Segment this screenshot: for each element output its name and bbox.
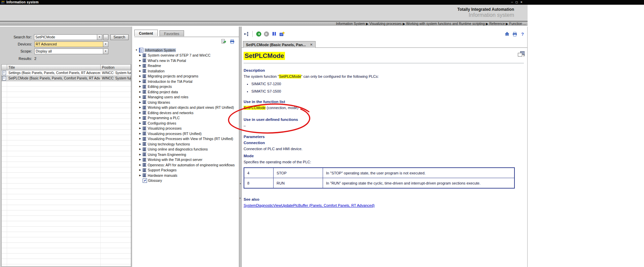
splitter-collapse-icon[interactable]: ◂ (239, 182, 241, 185)
tree-collapsed-icon[interactable]: ▶ (139, 164, 142, 166)
tree-item[interactable]: ▶ Support Packages (135, 168, 238, 173)
scope-select[interactable]: Display all ▼ (34, 48, 108, 54)
print-icon[interactable] (512, 31, 517, 37)
result-row[interactable]: Settings (Basic Panels, Panels, Comfort … (2, 70, 131, 76)
empty-result-row (2, 146, 131, 151)
splitter-expand-icon[interactable]: ▸ (239, 197, 241, 199)
tree-item[interactable]: ▶ Visualizing processes (RT Unified) (135, 131, 238, 136)
tree-expanded-icon[interactable]: ▼ (135, 49, 138, 51)
tree-item[interactable]: ▶ System overview of STEP 7 and WinCC (135, 53, 238, 58)
results-col-icon[interactable] (2, 65, 7, 70)
tree-collapsed-icon[interactable]: ▶ (139, 54, 142, 57)
tree-item[interactable]: ▶ Configuring drives (135, 121, 238, 126)
tree-collapsed-icon[interactable]: ▶ (139, 127, 142, 130)
tree-item[interactable]: ▶ Installation (135, 68, 238, 74)
tree-item[interactable]: ▶ Using libraries (135, 100, 238, 105)
tree-collapsed-icon[interactable]: ▶ (139, 174, 142, 177)
tree-collapsed-icon[interactable]: ▶ (139, 132, 142, 135)
result-row[interactable]: SetPLCMode (Basic Panels, Panels, Comfor… (2, 76, 131, 81)
tree-collapsed-icon[interactable]: ▶ (139, 75, 142, 77)
tree-collapsed-icon[interactable]: ▶ (139, 137, 142, 140)
tree-item[interactable]: ▶ Editing devices and networks (135, 110, 238, 115)
print-topic-icon[interactable] (229, 39, 235, 44)
devices-select[interactable]: RT Advanced ▼ (34, 41, 108, 47)
minimize-button[interactable]: ─ (511, 1, 513, 4)
tree-item[interactable]: ▶ Readme (135, 63, 238, 69)
maximize-button[interactable]: ▢ (515, 1, 518, 4)
help-icon[interactable]: ? (520, 31, 525, 37)
scope-value[interactable]: Display all (35, 49, 103, 54)
tab-favorites[interactable]: Favorites (159, 30, 184, 36)
tree-item[interactable]: ▶ Editing projects (135, 84, 238, 90)
tree-item[interactable]: ▶ Visualizing processes (135, 126, 238, 131)
tree-item[interactable]: ▶ Working with the TIA project server (135, 157, 238, 163)
topic-tab[interactable]: SetPLCMode (Basic Panels, Pan... ✕ (243, 41, 316, 48)
tree-root-information-system[interactable]: ▼ Information System (135, 47, 238, 53)
search-button[interactable]: Search (110, 34, 129, 40)
search-input[interactable]: SetPlCMode ▼ (34, 34, 102, 40)
panel-splitter[interactable]: ◂ ▸ (239, 27, 242, 267)
result-position[interactable]: WINCC: System fun... (101, 70, 131, 75)
tree-item[interactable]: ▶ Openness: API for automation of engine… (135, 162, 238, 168)
tree-collapsed-icon[interactable]: ▶ (139, 116, 142, 119)
back-icon[interactable] (256, 31, 261, 37)
scope-dropdown-icon[interactable]: ▼ (103, 49, 108, 54)
tree-collapsed-icon[interactable]: ▶ (139, 85, 142, 88)
highlighted-term: SetPLCMode (279, 74, 301, 78)
result-title[interactable]: SetPLCMode (Basic Panels, Panels, Comfor… (7, 76, 101, 81)
breadcrumb-text[interactable]: Information System ▶ Visualizing process… (336, 22, 526, 26)
hide-contents-icon[interactable] (244, 31, 249, 37)
topic-help-icon[interactable]: ? (518, 51, 525, 57)
bookmarks-icon[interactable] (272, 31, 277, 37)
tree-collapsed-icon[interactable]: ▶ (139, 148, 142, 151)
tree-item[interactable]: ▶ Editing project data (135, 89, 238, 95)
home-icon[interactable] (504, 31, 510, 37)
tree-collapsed-icon[interactable]: ▶ (139, 153, 142, 156)
tree-collapsed-icon[interactable]: ▶ (139, 111, 142, 114)
tree-item[interactable]: ▶ Introduction to the TIA Portal (135, 79, 238, 84)
tree-item[interactable]: ▶ Working with plant objects and plant v… (135, 105, 238, 110)
tree-collapsed-icon[interactable]: ▶ (139, 106, 142, 109)
tree-item[interactable]: ▶ Using online and diagnostics functions (135, 147, 238, 152)
empty-result-row (2, 135, 131, 140)
tree-collapsed-icon[interactable]: ▶ (139, 91, 142, 93)
tree-item[interactable]: ▶ What's new in TIA Portal (135, 58, 238, 63)
tree-collapsed-icon[interactable]: ▶ (139, 101, 142, 104)
search-input-value[interactable]: SetPlCMode (34, 35, 97, 40)
results-col-title[interactable]: Title (7, 65, 101, 70)
tree-collapsed-icon[interactable]: ▶ (139, 158, 142, 161)
result-position[interactable]: WINCC: System fun... (101, 76, 131, 81)
tree-collapsed-icon[interactable]: ▶ (139, 64, 142, 67)
devices-value[interactable]: RT Advanced (35, 42, 103, 47)
tree-collapsed-icon[interactable]: ▶ (139, 70, 142, 72)
results-col-position[interactable]: Position (101, 65, 131, 70)
devices-dropdown-icon[interactable]: ▼ (103, 42, 108, 47)
topic-tab-close-icon[interactable]: ✕ (310, 43, 313, 46)
tree-collapsed-icon[interactable]: ▶ (139, 169, 142, 171)
topic-tab-title[interactable]: SetPLCMode (Basic Panels, Pan... (246, 43, 306, 47)
tree-collapsed-icon[interactable]: ▶ (139, 80, 142, 83)
browse-button[interactable]: ... (103, 34, 108, 40)
tree-item[interactable]: ▶ Managing users and roles (135, 95, 238, 100)
close-button[interactable]: ✕ (520, 1, 523, 4)
search-dropdown-icon[interactable]: ▼ (97, 35, 102, 40)
see-also-link[interactable]: SystemDiagnosticViewUpdatePlcBuffer (Pan… (244, 203, 374, 207)
result-title[interactable]: Settings (Basic Panels, Panels, Comfort … (7, 70, 101, 75)
tree-collapsed-icon[interactable]: ▶ (139, 96, 142, 98)
tree-collapsed-icon[interactable]: ▶ (139, 122, 142, 125)
tree-item-glossary[interactable]: ⬈ Glossary (135, 178, 238, 183)
locate-topic-icon[interactable]: ? (221, 39, 226, 44)
forward-icon[interactable] (264, 31, 269, 37)
tree-item[interactable]: ▶ Programming a PLC (135, 115, 238, 121)
add-bookmark-icon[interactable] (279, 31, 285, 37)
breadcrumb[interactable]: Information System ▶ Visualizing process… (0, 21, 528, 26)
tree-item[interactable]: ▶ Hardware manuals (135, 173, 238, 178)
tree-item[interactable]: ▶ Using technology functions (135, 141, 238, 147)
tree-item[interactable]: ▶ Using Team Engineering (135, 152, 238, 157)
tree-item[interactable]: ▶ Migrating projects and programs (135, 74, 238, 79)
tree-collapsed-icon[interactable]: ▶ (139, 143, 142, 145)
tree-item[interactable]: ▶ Visualizing Processes with View of Thi… (135, 136, 238, 142)
tree-collapsed-icon[interactable]: ▶ (139, 59, 142, 62)
tab-content[interactable]: Content (134, 30, 158, 36)
empty-result-row (2, 264, 131, 267)
